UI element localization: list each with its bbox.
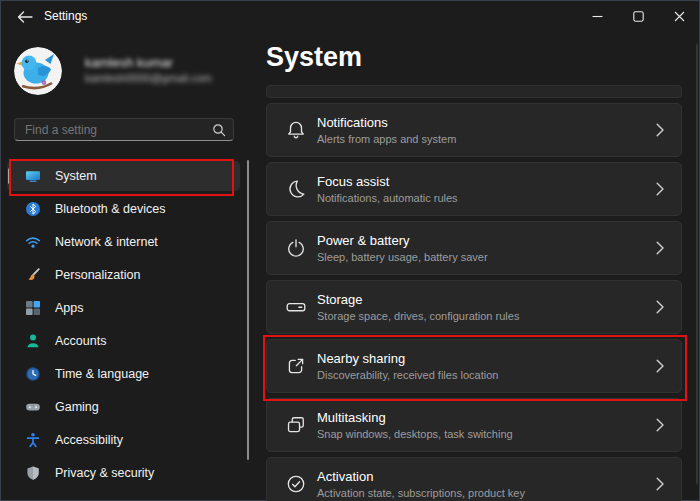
sidebar-item-label: System: [55, 169, 97, 183]
card-title: Nearby sharing: [317, 351, 498, 367]
back-arrow-icon: [17, 11, 33, 23]
overlapping-windows-icon: [284, 414, 308, 436]
card-title: Focus assist: [317, 174, 458, 190]
search-input[interactable]: [15, 119, 210, 140]
card-title: Multitasking: [317, 410, 513, 426]
sidebar-item-personalization[interactable]: Personalization: [7, 260, 240, 290]
sidebar-item-gaming[interactable]: Gaming: [7, 392, 240, 422]
apps-grid-icon: [25, 300, 41, 316]
card-subtitle: Notifications, automatic rules: [317, 192, 458, 204]
power-icon: [284, 237, 308, 259]
settings-card-list: Notifications Alerts from apps and syste…: [266, 103, 682, 501]
card-text: Multitasking Snap windows, desktops, tas…: [317, 410, 513, 441]
moon-icon: [284, 178, 308, 200]
sidebar-item-label: Bluetooth & devices: [55, 202, 166, 216]
sidebar-item-label: Personalization: [55, 268, 140, 282]
page-title: System: [266, 42, 362, 73]
back-button[interactable]: [8, 4, 42, 29]
card-subtitle: Activation state, subscriptions, product…: [317, 487, 525, 499]
chevron-right-icon: [656, 359, 664, 373]
share-icon: [284, 355, 308, 377]
card-activation[interactable]: Activation Activation state, subscriptio…: [266, 457, 682, 501]
drive-icon: [284, 296, 308, 318]
card-subtitle: Alerts from apps and system: [317, 133, 456, 145]
card-text: Storage Storage space, drives, configura…: [317, 292, 519, 323]
sidebar-scrollbar[interactable]: [247, 160, 249, 460]
sidebar-item-accounts[interactable]: Accounts: [7, 326, 240, 356]
sidebar-item-label: Time & language: [55, 367, 149, 381]
minimize-icon: [592, 11, 603, 22]
clock-icon: [25, 366, 41, 382]
card-text: Focus assist Notifications, automatic ru…: [317, 174, 458, 205]
card-text: Power & battery Sleep, battery usage, ba…: [317, 233, 488, 264]
card-power-battery[interactable]: Power & battery Sleep, battery usage, ba…: [266, 221, 682, 275]
sidebar-item-label: Accounts: [55, 334, 106, 348]
card-title: Storage: [317, 292, 519, 308]
card-subtitle: Snap windows, desktops, task switching: [317, 428, 513, 440]
card-notifications[interactable]: Notifications Alerts from apps and syste…: [266, 103, 682, 157]
minimize-button[interactable]: [577, 0, 618, 32]
sidebar-item-apps[interactable]: Apps: [7, 293, 240, 323]
chevron-right-icon: [656, 418, 664, 432]
person-icon: [25, 333, 41, 349]
card-focus-assist[interactable]: Focus assist Notifications, automatic ru…: [266, 162, 682, 216]
sidebar-item-network-internet[interactable]: Network & internet: [7, 227, 240, 257]
card-subtitle: Discoverability, received files location: [317, 369, 498, 381]
main-scrollbar[interactable]: [696, 44, 698, 484]
titlebar: Settings: [0, 0, 700, 32]
card-title: Notifications: [317, 115, 456, 131]
close-icon: [674, 11, 685, 22]
window-controls: [577, 0, 700, 32]
window-title: Settings: [44, 9, 87, 23]
shield-icon: [25, 465, 41, 481]
check-circle-icon: [284, 473, 308, 495]
chevron-right-icon: [656, 477, 664, 491]
maximize-button[interactable]: [618, 0, 659, 32]
maximize-icon: [633, 11, 644, 22]
sidebar-item-time-language[interactable]: Time & language: [7, 359, 240, 389]
accessibility-person-icon: [25, 432, 41, 448]
user-email: kamlesh0000@gmail.com: [85, 72, 212, 84]
card-nearby-sharing[interactable]: Nearby sharing Discoverability, received…: [266, 339, 682, 393]
card-storage[interactable]: Storage Storage space, drives, configura…: [266, 280, 682, 334]
settings-window: { "titlebar": { "title": "Settings" }, "…: [0, 0, 700, 501]
card-title: Power & battery: [317, 233, 488, 249]
close-button[interactable]: [659, 0, 700, 32]
bell-icon: [284, 119, 308, 141]
chevron-right-icon: [656, 241, 664, 255]
partially-scrolled-card[interactable]: [266, 85, 682, 98]
sidebar-item-system[interactable]: System: [7, 161, 240, 191]
chevron-right-icon: [656, 182, 664, 196]
bluetooth-icon: [25, 201, 41, 217]
display-icon: [25, 168, 41, 184]
selection-pill: [8, 168, 11, 184]
user-name: kamlesh kumar: [85, 55, 173, 70]
search-icon: [212, 123, 226, 137]
sidebar-item-privacy-security[interactable]: Privacy & security: [7, 458, 240, 488]
sidebar-item-accessibility[interactable]: Accessibility: [7, 425, 240, 455]
sidebar-item-label: Privacy & security: [55, 466, 154, 480]
card-text: Notifications Alerts from apps and syste…: [317, 115, 456, 146]
paintbrush-icon: [25, 267, 41, 283]
sidebar-item-bluetooth-devices[interactable]: Bluetooth & devices: [7, 194, 240, 224]
sidebar-item-label: Accessibility: [55, 433, 123, 447]
sidebar-nav: System Bluetooth & devices Network & int…: [7, 161, 240, 491]
chevron-right-icon: [656, 300, 664, 314]
user-avatar[interactable]: [14, 47, 62, 95]
card-title: Activation: [317, 469, 525, 485]
chevron-right-icon: [656, 123, 664, 137]
card-text: Activation Activation state, subscriptio…: [317, 469, 525, 500]
gamepad-icon: [25, 399, 41, 415]
sidebar-item-label: Apps: [55, 301, 84, 315]
card-subtitle: Sleep, battery usage, battery saver: [317, 251, 488, 263]
card-multitasking[interactable]: Multitasking Snap windows, desktops, tas…: [266, 398, 682, 452]
card-subtitle: Storage space, drives, configuration rul…: [317, 310, 519, 322]
wifi-icon: [25, 234, 41, 250]
sidebar-item-label: Network & internet: [55, 235, 158, 249]
card-text: Nearby sharing Discoverability, received…: [317, 351, 498, 382]
search-box: [14, 118, 234, 141]
sidebar-item-label: Gaming: [55, 400, 99, 414]
